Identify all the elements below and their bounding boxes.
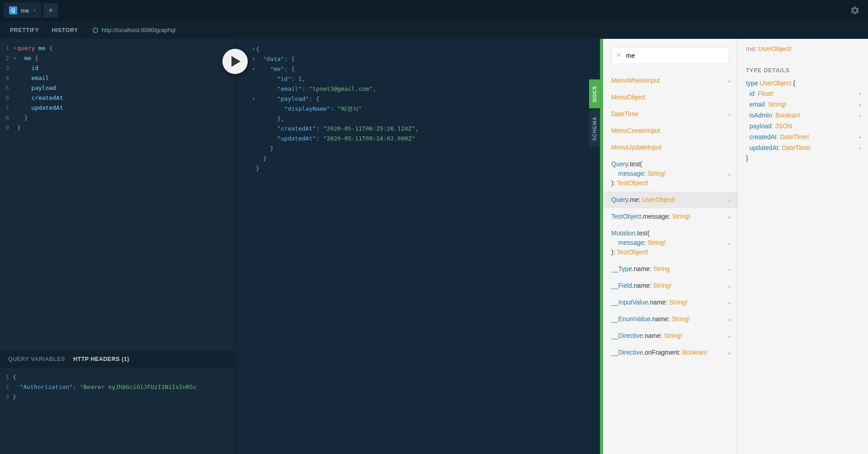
type-field[interactable]: email: String!▸ <box>738 99 868 110</box>
play-icon <box>231 56 241 67</box>
headers-code[interactable]: { "Authorization": "Bearer eyJhbGciOiJFU… <box>11 372 197 454</box>
search-result-item[interactable]: Query.me: UserObject!▸ <box>603 192 737 208</box>
type-header: me: UserObject! <box>738 39 868 59</box>
search-result-item[interactable]: MenuCreateInput <box>603 122 737 139</box>
field-name: me <box>746 45 755 52</box>
headers-editor[interactable]: 123 { "Authorization": "Bearer eyJhbGciO… <box>0 368 235 454</box>
chevron-right-icon: ▸ <box>729 266 731 272</box>
search-result-item[interactable]: __Directive.onFragment: Boolean!▸ <box>603 344 737 361</box>
type-def-close: } <box>738 153 868 163</box>
tab-docs[interactable]: DOCS <box>589 80 600 108</box>
chevron-right-icon: ▸ <box>729 332 731 339</box>
chevron-right-icon: ▸ <box>859 91 862 96</box>
search-result-item[interactable]: TestObject.message: String!▸ <box>603 208 737 225</box>
history-button[interactable]: HISTORY <box>45 23 84 38</box>
chevron-right-icon: ▸ <box>729 213 731 220</box>
chevron-right-icon: ▸ <box>859 113 862 118</box>
search-result-item[interactable]: __Directive.name: String!▸ <box>603 328 737 344</box>
execute-button[interactable] <box>222 49 248 74</box>
tabbar: Q me × + <box>0 0 868 21</box>
search-result-item[interactable]: MenuObject <box>603 89 737 106</box>
endpoint-input[interactable] <box>102 27 283 33</box>
search-result-item[interactable]: Mutation.test( message: String!): TestOb… <box>603 225 737 261</box>
docs-search-input[interactable] <box>611 47 729 64</box>
search-result-item[interactable]: __Type.name: String▸ <box>603 261 737 277</box>
result-pane: ▾{▾ "data": {▾ "me": { "id": 1, "email":… <box>235 39 600 454</box>
tab[interactable]: Q me × <box>4 3 42 18</box>
search-result-item[interactable]: __InputValue.name: String!▸ <box>603 294 737 311</box>
chevron-right-icon: ▸ <box>729 77 731 84</box>
chevron-right-icon: ▸ <box>729 349 731 356</box>
type-details-column: me: UserObject! TYPE DETAILS type UserOb… <box>738 39 868 454</box>
search-result-item[interactable]: __Field.name: String!▸ <box>603 277 737 294</box>
bottom-tabbar: QUERY VARIABLES HTTP HEADERS (1) <box>0 351 235 368</box>
type-field[interactable]: createdAt: DateTime!▸ <box>738 131 868 142</box>
section-title: TYPE DETAILS <box>738 59 868 78</box>
search-result-item[interactable]: MenuUpdateInput <box>603 139 737 156</box>
search-result-item[interactable]: __EnumValue.name: String!▸ <box>603 311 737 328</box>
search-result-item[interactable]: Query.test( message: String!): TestObjec… <box>603 156 737 192</box>
gutter: 123 <box>0 372 11 454</box>
tab-schema[interactable]: SCHEMA <box>589 110 600 147</box>
query-editor[interactable]: 123456789 ▾query me {▾ me { id email pay… <box>0 39 235 351</box>
editor-pane: 123456789 ▾query me {▾ me { id email pay… <box>0 39 235 454</box>
search-result-item[interactable]: DateTime▸ <box>603 106 737 122</box>
endpoint-bar <box>85 27 864 33</box>
chevron-right-icon: ▸ <box>729 239 731 246</box>
tab-name: me <box>21 7 29 14</box>
chevron-right-icon: ▸ <box>859 145 862 150</box>
gutter: 123456789 <box>0 43 11 351</box>
chevron-right-icon: ▸ <box>859 135 862 140</box>
chevron-right-icon: ▸ <box>729 299 731 306</box>
prettify-button[interactable]: PRETTIFY <box>4 23 45 38</box>
chevron-right-icon: ▸ <box>729 170 731 177</box>
type-field[interactable]: isAdmin: Boolean!▸ <box>738 110 868 121</box>
search-results: MenuWhereInput▸MenuObjectDateTime▸MenuCr… <box>603 72 737 454</box>
type-field[interactable]: id: Float!▸ <box>738 88 868 99</box>
chevron-right-icon: ▸ <box>729 111 731 117</box>
tab-variables[interactable]: QUERY VARIABLES <box>8 356 65 362</box>
status-dot-icon <box>93 28 98 33</box>
docs-search-column: MenuWhereInput▸MenuObjectDateTime▸MenuCr… <box>603 39 738 454</box>
side-tabs: DOCS SCHEMA <box>589 80 600 147</box>
type-field[interactable]: updatedAt: DateTime!▸ <box>738 142 868 153</box>
chevron-right-icon: ▸ <box>729 197 731 203</box>
type-name: UserObject! <box>758 45 792 52</box>
result-code: ▾{▾ "data": {▾ "me": { "id": 1, "email":… <box>235 39 600 173</box>
query-code[interactable]: ▾query me {▾ me { id email payload creat… <box>11 43 63 351</box>
chevron-right-icon: ▸ <box>859 102 862 107</box>
type-def-open: type UserObject { <box>738 78 868 88</box>
tab-headers[interactable]: HTTP HEADERS (1) <box>73 356 129 362</box>
close-icon[interactable]: × <box>33 7 36 14</box>
search-result-item[interactable]: MenuWhereInput▸ <box>603 72 737 89</box>
toolbar: PRETTIFY HISTORY <box>0 21 868 39</box>
query-icon: Q <box>9 6 17 14</box>
type-field[interactable]: payload: JSON <box>738 121 868 131</box>
new-tab-button[interactable]: + <box>43 3 58 18</box>
chevron-right-icon: ▸ <box>729 282 731 289</box>
docs-panel: MenuWhereInput▸MenuObjectDateTime▸MenuCr… <box>600 39 868 454</box>
chevron-right-icon: ▸ <box>729 316 731 323</box>
gear-icon[interactable] <box>850 5 860 17</box>
